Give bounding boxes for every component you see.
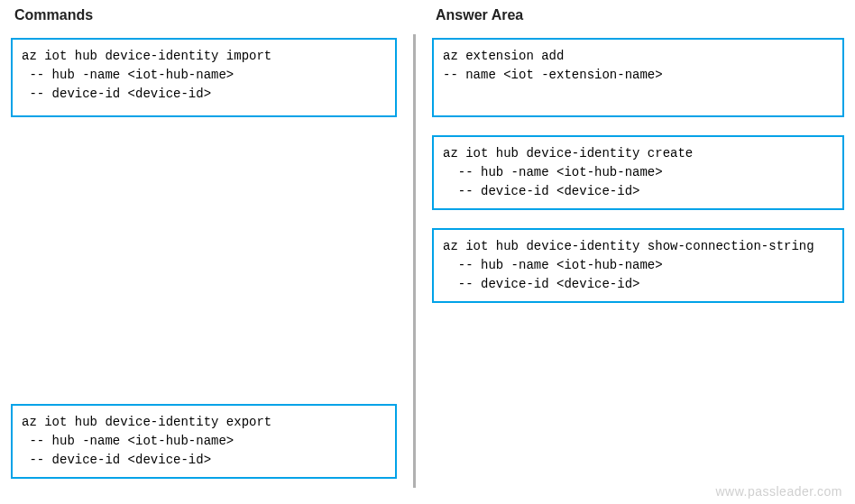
- commands-column: Commands az iot hub device-identity impo…: [11, 7, 408, 497]
- command-box-export[interactable]: az iot hub device-identity export -- hub…: [11, 404, 397, 479]
- spacer: [11, 135, 397, 404]
- answer-box-show-connection-string[interactable]: az iot hub device-identity show-connecti…: [432, 228, 844, 303]
- answer-box-extension-add[interactable]: az extension add -- name <iot -extension…: [432, 38, 844, 117]
- watermark-text: www.passleader.com: [715, 484, 842, 499]
- command-box-import[interactable]: az iot hub device-identity import -- hub…: [11, 38, 397, 117]
- answer-area-heading: Answer Area: [432, 7, 844, 23]
- answer-box-identity-create[interactable]: az iot hub device-identity create -- hub…: [432, 135, 844, 210]
- answer-area-column: Answer Area az extension add -- name <io…: [421, 7, 844, 497]
- commands-heading: Commands: [11, 7, 397, 23]
- column-divider: [413, 34, 416, 488]
- main-container: Commands az iot hub device-identity impo…: [0, 0, 855, 504]
